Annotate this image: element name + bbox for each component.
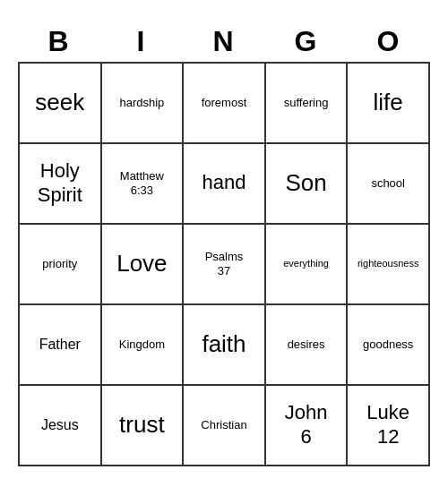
bingo-cell: Love bbox=[102, 225, 185, 305]
cell-text: Psalms 37 bbox=[205, 250, 244, 278]
cell-text: Love bbox=[116, 250, 167, 278]
cell-text: suffering bbox=[284, 96, 329, 110]
cell-text: desires bbox=[288, 337, 325, 352]
bingo-cell: foremost bbox=[184, 64, 266, 144]
bingo-cell: Kingdom bbox=[102, 305, 185, 386]
bingo-cell: Father bbox=[20, 305, 102, 386]
cell-text: seek bbox=[35, 89, 84, 116]
header-letter: G bbox=[265, 21, 348, 62]
cell-text: everything bbox=[283, 258, 329, 269]
cell-text: Luke 12 bbox=[366, 401, 409, 449]
cell-text: goodness bbox=[363, 337, 413, 352]
cell-text: Christian bbox=[201, 418, 246, 432]
bingo-cell: Matthew 6:33 bbox=[102, 144, 185, 225]
cell-text: trust bbox=[119, 411, 165, 439]
cell-text: Jesus bbox=[41, 416, 79, 433]
cell-text: Son bbox=[285, 169, 326, 197]
header-letter: O bbox=[348, 21, 430, 62]
bingo-grid: seekhardshipforemostsufferinglifeHoly Sp… bbox=[18, 62, 430, 466]
cell-text: life bbox=[374, 89, 403, 116]
cell-text: foremost bbox=[202, 96, 247, 110]
bingo-cell: righteousness bbox=[348, 225, 430, 305]
bingo-cell: life bbox=[348, 64, 430, 144]
bingo-cell: faith bbox=[184, 305, 266, 386]
bingo-cell: everything bbox=[266, 225, 349, 305]
bingo-cell: Holy Spirit bbox=[20, 144, 102, 225]
bingo-cell: seek bbox=[20, 64, 102, 144]
bingo-cell: hardship bbox=[102, 64, 185, 144]
bingo-cell: Luke 12 bbox=[348, 386, 430, 466]
header-letter: I bbox=[100, 21, 183, 62]
bingo-cell: Jesus bbox=[20, 386, 102, 466]
cell-text: John 6 bbox=[285, 401, 328, 449]
bingo-cell: desires bbox=[266, 305, 349, 386]
cell-text: school bbox=[371, 176, 405, 191]
cell-text: priority bbox=[42, 257, 77, 271]
cell-text: faith bbox=[202, 330, 246, 358]
cell-text: Matthew 6:33 bbox=[120, 169, 164, 197]
cell-text: hardship bbox=[119, 96, 164, 110]
cell-text: hand bbox=[202, 171, 246, 194]
bingo-cell: trust bbox=[102, 386, 185, 466]
bingo-cell: school bbox=[348, 144, 430, 225]
cell-text: Kingdom bbox=[119, 337, 165, 352]
cell-text: righteousness bbox=[358, 258, 419, 269]
bingo-card: BINGO seekhardshipforemostsufferinglifeH… bbox=[18, 21, 430, 466]
cell-text: Holy Spirit bbox=[38, 159, 82, 207]
bingo-cell: priority bbox=[20, 225, 102, 305]
bingo-cell: hand bbox=[184, 144, 266, 225]
bingo-cell: Psalms 37 bbox=[184, 225, 266, 305]
header-letter: N bbox=[183, 21, 265, 62]
header-letter: B bbox=[18, 21, 100, 62]
bingo-cell: Christian bbox=[184, 386, 266, 466]
bingo-header: BINGO bbox=[18, 21, 430, 62]
bingo-cell: suffering bbox=[266, 64, 349, 144]
bingo-cell: John 6 bbox=[266, 386, 349, 466]
bingo-cell: Son bbox=[266, 144, 349, 225]
cell-text: Father bbox=[39, 336, 81, 353]
bingo-cell: goodness bbox=[348, 305, 430, 386]
